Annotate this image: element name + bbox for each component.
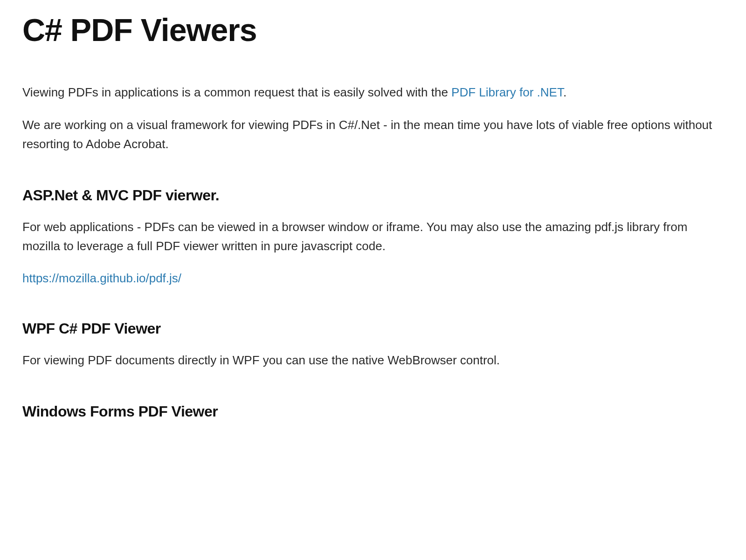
intro-paragraph-2: We are working on a visual framework for… [22,116,724,154]
section-heading-asp: ASP.Net & MVC PDF vierwer. [22,184,724,206]
page-title: C# PDF Viewers [22,14,724,46]
intro-text-before-link: Viewing PDFs in applications is a common… [22,85,451,99]
section-heading-winforms: Windows Forms PDF Viewer [22,400,724,423]
intro-text-after-link: . [563,85,566,99]
pdfjs-link-line: https://mozilla.github.io/pdf.js/ [22,269,724,287]
intro-paragraph-1: Viewing PDFs in applications is a common… [22,83,724,102]
wpf-paragraph: For viewing PDF documents directly in WP… [22,351,724,370]
pdfjs-link[interactable]: https://mozilla.github.io/pdf.js/ [22,271,181,285]
pdf-library-link[interactable]: PDF Library for .NET [451,85,563,99]
asp-paragraph: For web applications - PDFs can be viewe… [22,218,724,256]
section-heading-wpf: WPF C# PDF Viewer [22,317,724,340]
